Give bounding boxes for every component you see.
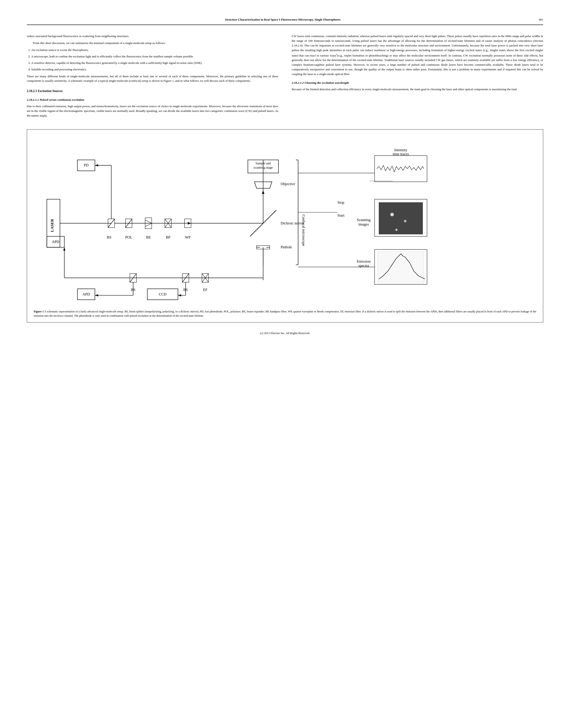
page-footer: (c) 2013 Elsevier Inc. All Rights Reserv… bbox=[27, 331, 543, 335]
list-item-3: A sensitive detector, capable of detecti… bbox=[31, 61, 278, 65]
svg-text:Dichroic mirror: Dichroic mirror bbox=[281, 221, 304, 225]
svg-text:Start: Start bbox=[337, 213, 345, 218]
left-para1: reduce unwanted background fluorescence … bbox=[27, 34, 278, 39]
page: 481 Structure Characterization in Real S… bbox=[0, 0, 570, 728]
svg-text:CCD: CCD bbox=[159, 292, 167, 296]
svg-text:time traces: time traces bbox=[393, 151, 409, 156]
right-column: CW lasers emit continuous, constant inte… bbox=[292, 34, 543, 120]
figure-container: LASER bbox=[27, 129, 543, 323]
components-list: An excitation source to excite the fluor… bbox=[31, 48, 278, 72]
svg-marker-78 bbox=[95, 294, 98, 296]
svg-text:―――――――: ――――――― bbox=[369, 179, 393, 183]
header-title: Structure Characterization in Real Space… bbox=[225, 18, 341, 21]
svg-rect-37 bbox=[374, 155, 427, 181]
right-para1: CW lasers emit continuous, constant inte… bbox=[292, 34, 543, 77]
svg-point-47 bbox=[404, 220, 406, 223]
svg-text:Intensity: Intensity bbox=[394, 148, 407, 152]
section-heading-excitation: 2.18.2.1 Excitation Sources bbox=[27, 89, 278, 93]
svg-text:Emission: Emission bbox=[357, 259, 371, 264]
figure-caption-text: A schematic representation of a fairly a… bbox=[34, 310, 536, 317]
svg-text:WP: WP bbox=[185, 235, 191, 240]
right-para2: Because of the limited detection and col… bbox=[292, 87, 543, 92]
left-para3: There are many different kinds of single… bbox=[27, 74, 278, 83]
svg-text:Sample and: Sample and bbox=[256, 161, 271, 165]
svg-text:BS: BS bbox=[107, 235, 111, 240]
left-column: reduce unwanted background fluorescence … bbox=[27, 34, 278, 120]
svg-point-46 bbox=[390, 213, 394, 217]
svg-rect-52 bbox=[378, 252, 424, 283]
figure-label: Figure 1 bbox=[34, 310, 44, 313]
svg-text:APD: APD bbox=[52, 240, 59, 244]
page-header: 481 Structure Characterization in Real S… bbox=[27, 18, 543, 25]
svg-marker-90 bbox=[188, 222, 191, 225]
figure-svg: LASER bbox=[34, 136, 536, 306]
left-para2: From this short discussion, we can summa… bbox=[27, 41, 278, 46]
svg-line-8 bbox=[145, 223, 152, 227]
footer-text: (c) 2013 Elsevier Inc. All Rights Reserv… bbox=[260, 331, 310, 335]
svg-text:Stop: Stop bbox=[337, 200, 344, 204]
svg-text:APD: APD bbox=[82, 292, 90, 296]
figure-diagram: LASER bbox=[34, 136, 536, 306]
left-para4: Due to their collimated emission, high o… bbox=[27, 104, 278, 118]
laser-label: LASER bbox=[50, 219, 54, 232]
svg-text:Pinhole: Pinhole bbox=[281, 245, 292, 249]
svg-text:EF: EF bbox=[203, 288, 207, 292]
subsection-heading-pulsed: 2.18.2.1.1 Pulsed versus continuous exci… bbox=[27, 97, 278, 102]
main-content: reduce unwanted background fluorescence … bbox=[27, 34, 543, 120]
svg-text:scanning stage: scanning stage bbox=[254, 166, 273, 169]
svg-text:Confocal microscope: Confocal microscope bbox=[302, 215, 306, 246]
svg-marker-88 bbox=[95, 164, 98, 166]
figure-caption: Figure 1 A schematic representation of a… bbox=[34, 310, 536, 318]
svg-text:POL: POL bbox=[125, 235, 132, 240]
svg-text:Objective: Objective bbox=[281, 181, 295, 186]
svg-text:images: images bbox=[358, 222, 369, 226]
svg-text:spectra: spectra bbox=[358, 264, 369, 268]
svg-marker-83 bbox=[178, 294, 181, 296]
list-item-4: Suitable recording and processing electr… bbox=[31, 67, 278, 72]
list-item-2: A microscope, both to confine the excita… bbox=[31, 54, 278, 59]
svg-rect-45 bbox=[379, 203, 423, 234]
svg-marker-91 bbox=[262, 191, 264, 194]
subsection-heading-wavelength: 2.18.2.1.2 Choosing the excitation wavel… bbox=[292, 81, 543, 85]
svg-marker-73 bbox=[63, 247, 65, 251]
list-item-1: An excitation source to excite the fluor… bbox=[31, 48, 278, 52]
svg-text:BP: BP bbox=[166, 235, 170, 240]
svg-text:PD: PD bbox=[84, 163, 88, 167]
svg-text:Scanning: Scanning bbox=[357, 218, 370, 222]
svg-point-48 bbox=[395, 229, 397, 231]
svg-text:BE: BE bbox=[146, 235, 151, 240]
svg-line-7 bbox=[145, 220, 152, 223]
page-number: 481 bbox=[539, 18, 543, 21]
